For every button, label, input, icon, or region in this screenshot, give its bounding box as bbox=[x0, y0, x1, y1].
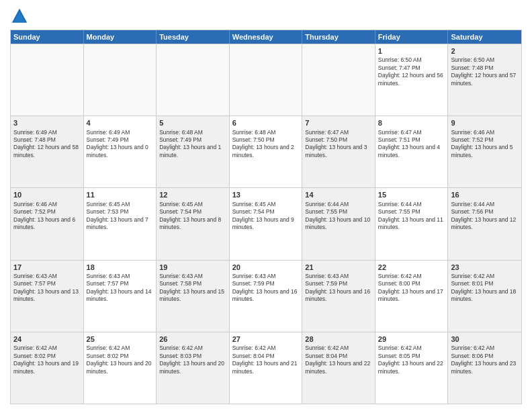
calendar: SundayMondayTuesdayWednesdayThursdayFrid… bbox=[10, 30, 522, 404]
day-details: Sunrise: 6:45 AM Sunset: 7:54 PM Dayligh… bbox=[159, 201, 226, 232]
day-cell-12: 12Sunrise: 6:45 AM Sunset: 7:54 PM Dayli… bbox=[157, 188, 230, 259]
day-cell-16: 16Sunrise: 6:44 AM Sunset: 7:56 PM Dayli… bbox=[448, 188, 521, 259]
day-details: Sunrise: 6:46 AM Sunset: 7:52 PM Dayligh… bbox=[451, 129, 519, 160]
cal-row-4: 24Sunrise: 6:42 AM Sunset: 8:02 PM Dayli… bbox=[11, 332, 521, 404]
day-cell-11: 11Sunrise: 6:45 AM Sunset: 7:53 PM Dayli… bbox=[84, 188, 157, 259]
day-details: Sunrise: 6:42 AM Sunset: 8:05 PM Dayligh… bbox=[378, 345, 445, 375]
day-details: Sunrise: 6:44 AM Sunset: 7:55 PM Dayligh… bbox=[305, 201, 372, 232]
day-cell-26: 26Sunrise: 6:42 AM Sunset: 8:03 PM Dayli… bbox=[157, 332, 230, 404]
day-number: 9 bbox=[451, 118, 519, 128]
day-details: Sunrise: 6:46 AM Sunset: 7:52 PM Dayligh… bbox=[13, 201, 81, 232]
header bbox=[10, 7, 522, 26]
day-number: 14 bbox=[305, 190, 372, 199]
day-number: 25 bbox=[87, 334, 154, 344]
day-number: 16 bbox=[451, 190, 519, 199]
day-cell-29: 29Sunrise: 6:42 AM Sunset: 8:05 PM Dayli… bbox=[375, 332, 449, 404]
day-number: 24 bbox=[13, 334, 81, 344]
day-cell-13: 13Sunrise: 6:45 AM Sunset: 7:54 PM Dayli… bbox=[230, 188, 303, 259]
page: SundayMondayTuesdayWednesdayThursdayFrid… bbox=[0, 0, 532, 411]
day-number: 8 bbox=[378, 118, 445, 128]
day-cell-9: 9Sunrise: 6:46 AM Sunset: 7:52 PM Daylig… bbox=[448, 116, 521, 187]
header-day-monday: Monday bbox=[84, 30, 157, 44]
day-cell-19: 19Sunrise: 6:43 AM Sunset: 7:58 PM Dayli… bbox=[157, 261, 230, 332]
day-number: 1 bbox=[378, 46, 445, 56]
day-details: Sunrise: 6:42 AM Sunset: 8:01 PM Dayligh… bbox=[451, 273, 519, 304]
day-cell-27: 27Sunrise: 6:42 AM Sunset: 8:04 PM Dayli… bbox=[230, 332, 303, 404]
day-number: 27 bbox=[232, 334, 300, 344]
empty-cell bbox=[11, 44, 84, 116]
logo bbox=[10, 7, 32, 26]
day-details: Sunrise: 6:42 AM Sunset: 8:00 PM Dayligh… bbox=[378, 273, 445, 304]
day-number: 10 bbox=[13, 190, 81, 199]
header-day-sunday: Sunday bbox=[11, 30, 84, 44]
day-details: Sunrise: 6:50 AM Sunset: 7:47 PM Dayligh… bbox=[378, 56, 445, 87]
day-details: Sunrise: 6:43 AM Sunset: 7:58 PM Dayligh… bbox=[159, 273, 226, 304]
day-cell-22: 22Sunrise: 6:42 AM Sunset: 8:00 PM Dayli… bbox=[375, 261, 449, 332]
day-details: Sunrise: 6:43 AM Sunset: 7:57 PM Dayligh… bbox=[87, 273, 154, 304]
day-cell-4: 4Sunrise: 6:49 AM Sunset: 7:49 PM Daylig… bbox=[84, 116, 157, 187]
day-number: 7 bbox=[305, 118, 372, 128]
day-cell-7: 7Sunrise: 6:47 AM Sunset: 7:50 PM Daylig… bbox=[302, 116, 375, 187]
day-details: Sunrise: 6:42 AM Sunset: 8:02 PM Dayligh… bbox=[87, 345, 154, 375]
day-number: 11 bbox=[87, 190, 154, 199]
day-cell-6: 6Sunrise: 6:48 AM Sunset: 7:50 PM Daylig… bbox=[230, 116, 303, 187]
cal-row-0: 1Sunrise: 6:50 AM Sunset: 7:47 PM Daylig… bbox=[11, 44, 521, 116]
cal-row-2: 10Sunrise: 6:46 AM Sunset: 7:52 PM Dayli… bbox=[11, 187, 521, 259]
day-details: Sunrise: 6:48 AM Sunset: 7:50 PM Dayligh… bbox=[232, 129, 300, 160]
header-day-saturday: Saturday bbox=[448, 30, 521, 44]
day-number: 4 bbox=[87, 118, 154, 128]
day-number: 28 bbox=[305, 334, 372, 344]
day-details: Sunrise: 6:50 AM Sunset: 7:48 PM Dayligh… bbox=[451, 56, 519, 87]
day-cell-5: 5Sunrise: 6:48 AM Sunset: 7:49 PM Daylig… bbox=[157, 116, 230, 187]
empty-cell bbox=[302, 44, 375, 116]
day-number: 17 bbox=[13, 263, 81, 272]
header-day-tuesday: Tuesday bbox=[157, 30, 230, 44]
day-cell-17: 17Sunrise: 6:43 AM Sunset: 7:57 PM Dayli… bbox=[11, 261, 84, 332]
day-number: 12 bbox=[159, 190, 226, 199]
day-details: Sunrise: 6:47 AM Sunset: 7:50 PM Dayligh… bbox=[305, 129, 372, 160]
day-cell-20: 20Sunrise: 6:43 AM Sunset: 7:59 PM Dayli… bbox=[230, 261, 303, 332]
day-details: Sunrise: 6:49 AM Sunset: 7:48 PM Dayligh… bbox=[13, 129, 81, 160]
day-cell-1: 1Sunrise: 6:50 AM Sunset: 7:47 PM Daylig… bbox=[375, 44, 449, 116]
empty-cell bbox=[157, 44, 230, 116]
day-cell-8: 8Sunrise: 6:47 AM Sunset: 7:51 PM Daylig… bbox=[375, 116, 449, 187]
day-details: Sunrise: 6:43 AM Sunset: 7:57 PM Dayligh… bbox=[13, 273, 81, 304]
day-number: 19 bbox=[159, 263, 226, 272]
day-number: 29 bbox=[378, 334, 445, 344]
day-details: Sunrise: 6:45 AM Sunset: 7:53 PM Dayligh… bbox=[87, 201, 154, 232]
cal-row-3: 17Sunrise: 6:43 AM Sunset: 7:57 PM Dayli… bbox=[11, 260, 521, 332]
day-details: Sunrise: 6:48 AM Sunset: 7:49 PM Dayligh… bbox=[159, 129, 226, 160]
day-number: 6 bbox=[232, 118, 300, 128]
day-number: 30 bbox=[451, 334, 519, 344]
day-cell-14: 14Sunrise: 6:44 AM Sunset: 7:55 PM Dayli… bbox=[302, 188, 375, 259]
day-cell-25: 25Sunrise: 6:42 AM Sunset: 8:02 PM Dayli… bbox=[84, 332, 157, 404]
cal-row-1: 3Sunrise: 6:49 AM Sunset: 7:48 PM Daylig… bbox=[11, 116, 521, 187]
day-details: Sunrise: 6:45 AM Sunset: 7:54 PM Dayligh… bbox=[232, 201, 300, 232]
day-details: Sunrise: 6:42 AM Sunset: 8:02 PM Dayligh… bbox=[13, 345, 81, 375]
calendar-header: SundayMondayTuesdayWednesdayThursdayFrid… bbox=[11, 30, 521, 44]
day-cell-24: 24Sunrise: 6:42 AM Sunset: 8:02 PM Dayli… bbox=[11, 332, 84, 404]
day-details: Sunrise: 6:42 AM Sunset: 8:03 PM Dayligh… bbox=[159, 345, 226, 375]
day-number: 21 bbox=[305, 263, 372, 272]
day-details: Sunrise: 6:44 AM Sunset: 7:55 PM Dayligh… bbox=[378, 201, 445, 232]
day-number: 18 bbox=[87, 263, 154, 272]
header-day-friday: Friday bbox=[375, 30, 449, 44]
day-number: 5 bbox=[159, 118, 226, 128]
calendar-body: 1Sunrise: 6:50 AM Sunset: 7:47 PM Daylig… bbox=[11, 44, 521, 404]
day-cell-10: 10Sunrise: 6:46 AM Sunset: 7:52 PM Dayli… bbox=[11, 188, 84, 259]
day-details: Sunrise: 6:42 AM Sunset: 8:06 PM Dayligh… bbox=[451, 345, 519, 375]
day-cell-23: 23Sunrise: 6:42 AM Sunset: 8:01 PM Dayli… bbox=[448, 261, 521, 332]
day-cell-2: 2Sunrise: 6:50 AM Sunset: 7:48 PM Daylig… bbox=[448, 44, 521, 116]
day-number: 23 bbox=[451, 263, 519, 272]
day-cell-18: 18Sunrise: 6:43 AM Sunset: 7:57 PM Dayli… bbox=[84, 261, 157, 332]
day-details: Sunrise: 6:42 AM Sunset: 8:04 PM Dayligh… bbox=[305, 345, 372, 375]
logo-icon bbox=[10, 7, 29, 26]
day-number: 20 bbox=[232, 263, 300, 272]
day-number: 26 bbox=[159, 334, 226, 344]
day-number: 3 bbox=[13, 118, 81, 128]
day-details: Sunrise: 6:42 AM Sunset: 8:04 PM Dayligh… bbox=[232, 345, 300, 375]
day-cell-3: 3Sunrise: 6:49 AM Sunset: 7:48 PM Daylig… bbox=[11, 116, 84, 187]
day-cell-21: 21Sunrise: 6:43 AM Sunset: 7:59 PM Dayli… bbox=[302, 261, 375, 332]
empty-cell bbox=[84, 44, 157, 116]
day-cell-15: 15Sunrise: 6:44 AM Sunset: 7:55 PM Dayli… bbox=[375, 188, 449, 259]
